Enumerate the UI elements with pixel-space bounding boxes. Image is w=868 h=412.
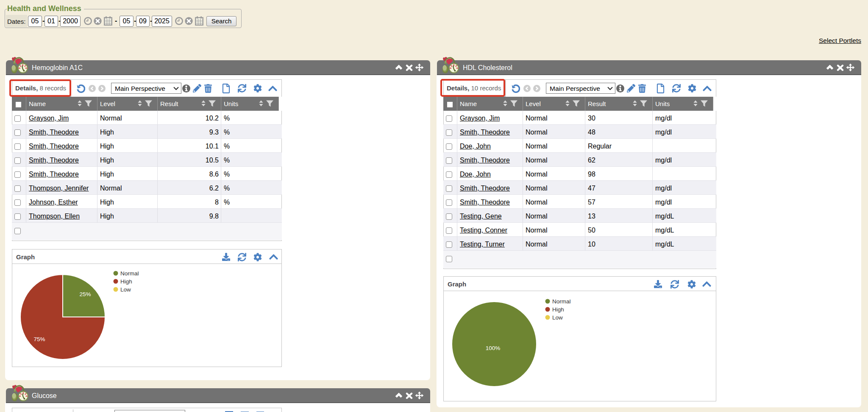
svg-text:Normal: Normal	[120, 270, 139, 277]
svg-text:100%: 100%	[486, 345, 501, 351]
svg-text:High: High	[120, 278, 132, 285]
svg-text:Low: Low	[120, 286, 131, 293]
svg-text:Normal: Normal	[552, 298, 571, 305]
svg-text:75%: 75%	[33, 336, 45, 342]
svg-text:High: High	[552, 306, 564, 313]
svg-text:Low: Low	[552, 314, 563, 321]
svg-text:25%: 25%	[79, 291, 91, 297]
